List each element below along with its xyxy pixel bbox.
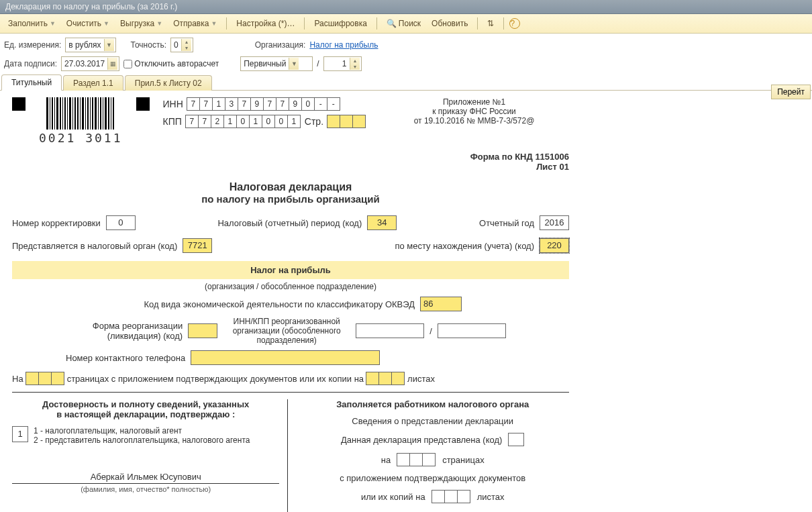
reorg-code[interactable] (188, 323, 217, 338)
r-copies[interactable] (432, 490, 470, 503)
precision-label: Точность: (131, 40, 166, 50)
organ-label: Представляется в налоговый орган (код) (12, 241, 177, 251)
okved-label: Код вида экономической деятельности по к… (144, 299, 415, 309)
pages-count[interactable] (26, 372, 64, 385)
calendar-icon[interactable]: ▦ (107, 58, 117, 70)
signer-fio-caption: (фамилия, имя, отчество* полностью) (12, 485, 279, 493)
year-label: Отчетный год (479, 218, 534, 228)
barcode: 0021 3011 (39, 97, 123, 145)
marker-left (12, 97, 26, 111)
inn-label: ИНН (163, 99, 183, 109)
r-presented-code[interactable] (509, 433, 524, 446)
settings-button[interactable]: Настройка (*)… (232, 17, 299, 30)
phone-value[interactable] (191, 350, 380, 365)
r-pages[interactable] (397, 453, 436, 466)
refresh-button[interactable]: Обновить (427, 17, 472, 30)
signer-fio[interactable]: Аберкай Ильмек Юсупович (12, 472, 279, 484)
autocalc-checkbox[interactable]: Отключить авторасчет (123, 59, 219, 68)
pages-mid: страницах с приложением подтверждающих д… (67, 374, 364, 384)
kpp-label: КПП (163, 116, 182, 127)
section-subtitle: (организация / обособленное подразделени… (12, 282, 569, 291)
upload-button[interactable]: Выгрузка▼ (116, 17, 166, 30)
r-sheets-label: листах (477, 492, 505, 502)
sort-icon[interactable]: ⇅ (483, 17, 498, 30)
r-presented-label: Данная декларация представлена (код) (341, 435, 502, 445)
signer-code[interactable]: 1 (12, 426, 28, 442)
reorg-kpp-value[interactable] (438, 323, 506, 338)
tab-section11[interactable]: Раздел 1.1 (63, 75, 123, 91)
right-subheader: Сведения о представлении декларации (296, 416, 569, 426)
main-title: Налоговая декларация по налогу на прибыл… (12, 181, 569, 205)
go-button[interactable]: Перейт (771, 85, 811, 99)
place-label: по месту нахождения (учета) (код) (395, 241, 534, 251)
help-icon[interactable]: ? (509, 18, 520, 29)
tab-app5[interactable]: Прил.5 к Листу 02 (125, 75, 212, 91)
form-code: Форма по КНД 1151006 Лист 01 (12, 152, 569, 172)
year-value[interactable]: 2016 (540, 215, 569, 230)
decode-button[interactable]: Расшифровка (310, 17, 370, 30)
date-input[interactable]: 27.03.2017▦ (61, 56, 119, 71)
marker-right (136, 97, 150, 111)
r-on: на (381, 455, 391, 465)
tabs: Титульный Раздел 1.1 Прил.5 к Листу 02 (0, 74, 812, 91)
phone-label: Номер контактного телефона (66, 353, 185, 363)
kpp-cells: 772101001 (186, 115, 301, 128)
reorg-inn-label: ИНН/КПП реорганизованнойорганизации (обо… (223, 317, 350, 345)
period-value[interactable]: 34 (367, 215, 397, 230)
search-icon: 🔍 (387, 19, 397, 28)
document-body: 0021 3011 ИНН 7713797790-- КПП 772101001… (0, 91, 581, 512)
tab-title[interactable]: Титульный (1, 74, 62, 91)
date-label: Дата подписи: (4, 59, 57, 68)
inn-cells: 7713797790-- (187, 97, 340, 111)
left-header: Достоверность и полноту сведений, указан… (12, 399, 279, 419)
right-header: Заполняется работником налогового органа (296, 399, 569, 409)
reorg-inn-value[interactable] (356, 323, 424, 338)
r-pages-label: страницах (442, 455, 485, 465)
okved-value[interactable]: 86 (420, 297, 462, 311)
parameters-panel: Ед. измерения: в рублях▼ Точность: 0▴▾ О… (0, 34, 812, 71)
pages-sheets: листах (407, 374, 435, 384)
page-label: Стр. (305, 116, 323, 127)
signer-legend: 1 - налогоплательщик, налоговый агент2 -… (34, 426, 250, 445)
r-attach-label: с приложением подтверждающих документов (296, 473, 569, 483)
attach-count[interactable] (366, 372, 405, 385)
window-title: Декларация по налогу на прибыль (за 2016… (0, 0, 812, 14)
pages-on: На (12, 374, 23, 384)
org-link[interactable]: Налог на прибыль (309, 40, 378, 50)
organ-value[interactable]: 7721 (183, 238, 212, 253)
toolbar: Заполнить▼ Очистить▼ Выгрузка▼ Отправка▼… (0, 14, 812, 34)
corr-label: Номер корректировки (12, 218, 101, 228)
doctype-select[interactable]: Первичный▼ (240, 56, 313, 71)
section-band: Налог на прибыль (12, 261, 569, 279)
precision-select[interactable]: 0▴▾ (170, 38, 193, 52)
send-button[interactable]: Отправка▼ (169, 17, 221, 30)
slash: / (317, 59, 319, 68)
barcode-number: 0021 3011 (39, 131, 123, 145)
search-button[interactable]: 🔍Поиск (383, 17, 425, 30)
corr-value[interactable]: 0 (106, 215, 136, 230)
reorg-label: Форма реорганизации(ликвидация) (код) (75, 321, 183, 341)
r-copies-label: или их копий на (361, 492, 425, 502)
period-label: Налоговый (отчетный) период (код) (217, 218, 362, 228)
clear-button[interactable]: Очистить▼ (62, 17, 113, 30)
pageno-input[interactable]: 1▴▾ (323, 56, 362, 71)
place-value[interactable]: 220 (540, 238, 569, 253)
unit-label: Ед. измерения: (4, 40, 61, 50)
page-cells: ... (327, 115, 366, 128)
fill-button[interactable]: Заполнить▼ (4, 17, 60, 30)
appendix-ref: Приложение №1 к приказу ФНС России от 19… (379, 97, 569, 125)
org-label: Организация: (255, 40, 306, 50)
unit-select[interactable]: в рублях▼ (65, 38, 115, 52)
